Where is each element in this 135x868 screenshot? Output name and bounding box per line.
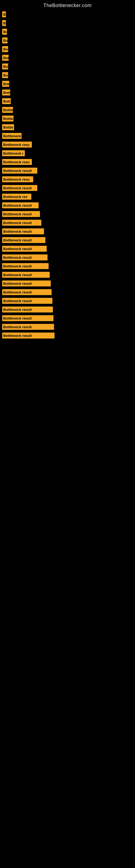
result-bar-24: Bottleneck result bbox=[2, 211, 40, 217]
result-bar-19: Bottleneck result bbox=[2, 167, 37, 174]
bar-row: Bottle bbox=[0, 114, 135, 123]
bar-row: Bottleneck result bbox=[0, 201, 135, 210]
bar-row: Bot bbox=[0, 54, 135, 62]
bar-row: Bottleneck result bbox=[0, 166, 135, 175]
result-bar-22: Bottleneck res bbox=[2, 194, 31, 199]
bar-row: Bottleneck result bbox=[0, 297, 135, 305]
result-bar-23: Bottleneck result bbox=[2, 203, 39, 208]
result-bar-26: Bottleneck result bbox=[2, 228, 44, 235]
result-bar-13: Bottle bbox=[2, 116, 13, 122]
bar-row: Bottleneck resu bbox=[0, 140, 135, 149]
bar-row: Bo bbox=[0, 71, 135, 80]
bar-row: Bott bbox=[0, 88, 135, 97]
bar-row: Bottle bbox=[0, 105, 135, 114]
bar-row: Bottleneck resu bbox=[0, 158, 135, 166]
result-bar-10: Bott bbox=[2, 90, 10, 95]
bar-row: B bbox=[0, 19, 135, 27]
result-bar-6: Bot bbox=[2, 55, 9, 61]
bar-row: Bottleneck resu bbox=[0, 175, 135, 184]
bar-row: Bottleneck result bbox=[0, 305, 135, 314]
result-bar-29: Bottleneck result bbox=[2, 254, 48, 260]
bar-row: Bottleneck r bbox=[0, 149, 135, 158]
bar-row: Bottleneck result bbox=[0, 271, 135, 279]
site-title: TheBottlenecker.com bbox=[0, 0, 135, 10]
bar-row: Bottleneck result bbox=[0, 314, 135, 322]
result-bar-12: Bottle bbox=[2, 107, 13, 113]
bar-row: Bottleneck result bbox=[0, 218, 135, 227]
bar-row: Bottleneck result bbox=[0, 184, 135, 192]
result-bar-14: Bottle bbox=[2, 124, 14, 130]
result-bar-20: Bottleneck resu bbox=[2, 176, 33, 182]
bar-row: Bottleneck bbox=[0, 131, 135, 140]
bar-row: Bottleneck res bbox=[0, 192, 135, 201]
result-bar-17: Bottleneck r bbox=[2, 150, 25, 156]
result-bar-15: Bottleneck bbox=[2, 133, 21, 139]
bar-row: Bo bbox=[0, 36, 135, 45]
result-bar-7: Bo bbox=[2, 63, 8, 69]
result-bar-35: Bottleneck result bbox=[2, 307, 53, 312]
result-bar-33: Bottleneck result bbox=[2, 289, 52, 295]
bar-row: Bottleneck result bbox=[0, 288, 135, 297]
result-bar-3: Bo bbox=[2, 29, 7, 35]
bar-row: Bottleneck result bbox=[0, 236, 135, 244]
bar-row: Bottleneck result bbox=[0, 210, 135, 218]
bar-row: Bottleneck result bbox=[0, 227, 135, 236]
result-bar-2: B bbox=[2, 20, 6, 26]
result-bar-31: Bottleneck result bbox=[2, 272, 50, 278]
result-bar-4: Bo bbox=[2, 37, 8, 43]
bar-row: Bo bbox=[0, 27, 135, 36]
bar-row: Bo bbox=[0, 45, 135, 54]
bar-row: Bottleneck result bbox=[0, 331, 135, 340]
result-bar-27: Bottleneck result bbox=[2, 237, 45, 243]
result-bar-38: Bottleneck result bbox=[2, 333, 54, 339]
result-bar-1: B bbox=[2, 11, 6, 18]
bar-row: Bottleneck result bbox=[0, 322, 135, 331]
bar-row: Bottle bbox=[0, 123, 135, 131]
result-bar-32: Bottleneck result bbox=[2, 280, 51, 286]
result-bar-34: Bottleneck result bbox=[2, 298, 52, 304]
result-bar-16: Bottleneck resu bbox=[2, 142, 32, 148]
bar-row: Bottleneck result bbox=[0, 262, 135, 271]
result-bar-28: Bottleneck result bbox=[2, 246, 47, 252]
bar-row: Bottleneck result bbox=[0, 279, 135, 288]
result-bar-21: Bottleneck result bbox=[2, 185, 37, 191]
bars-container: BBBoBoBoBotBoBoBotBottBottBottleBottleBo… bbox=[0, 10, 135, 340]
result-bar-11: Bott bbox=[2, 98, 11, 104]
bar-row: B bbox=[0, 10, 135, 19]
bar-row: Bottleneck result bbox=[0, 244, 135, 253]
result-bar-8: Bo bbox=[2, 72, 8, 78]
bar-row: Bot bbox=[0, 80, 135, 88]
result-bar-37: Bottleneck result bbox=[2, 324, 54, 330]
bar-row: Bottleneck result bbox=[0, 253, 135, 262]
result-bar-30: Bottleneck result bbox=[2, 263, 49, 269]
result-bar-36: Bottleneck result bbox=[2, 315, 53, 321]
result-bar-5: Bo bbox=[2, 46, 8, 52]
bar-row: Bott bbox=[0, 97, 135, 105]
result-bar-25: Bottleneck result bbox=[2, 220, 41, 226]
result-bar-9: Bot bbox=[2, 81, 9, 87]
result-bar-18: Bottleneck resu bbox=[2, 159, 32, 165]
bar-row: Bo bbox=[0, 62, 135, 71]
